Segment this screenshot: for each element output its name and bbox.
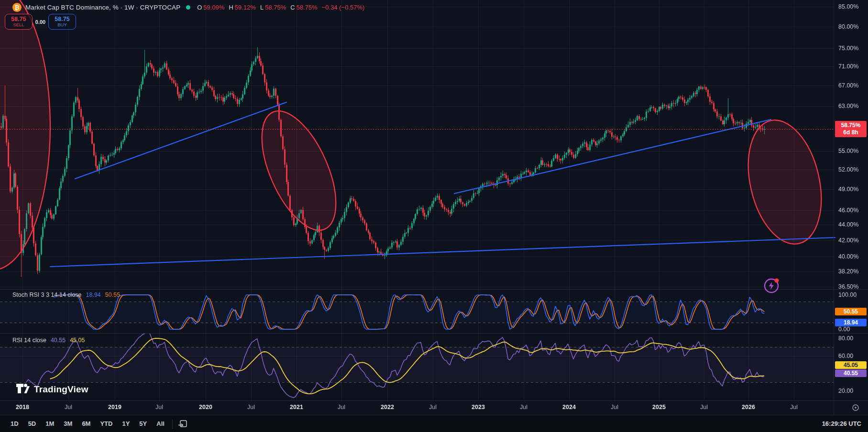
range-button-3m[interactable]: 3M bbox=[60, 419, 76, 429]
sell-button[interactable]: 58.75 SELL bbox=[5, 14, 33, 30]
price-axis-label: 46.00% bbox=[838, 207, 858, 214]
rsi-axis-label: 20.00 bbox=[838, 388, 853, 394]
ohlc-key: L bbox=[260, 4, 264, 11]
symbol-title[interactable]: Market Cap BTC Dominance, % · 1W · CRYPT… bbox=[25, 4, 180, 11]
time-axis-label: 2019 bbox=[108, 404, 121, 410]
price-axis-label: 40.00% bbox=[838, 253, 858, 260]
price-axis-label: 36.50% bbox=[838, 283, 858, 290]
symbol-legend: ₿ Market Cap BTC Dominance, % · 1W · CRY… bbox=[12, 3, 364, 12]
time-axis-label: 2025 bbox=[652, 404, 666, 410]
ohlc-value: 58.75% bbox=[297, 4, 318, 11]
bottom-toolbar: 1D5D1M3M6MYTD1Y5YAll 16:29:26 UTC bbox=[0, 415, 868, 432]
time-axis-label: 2026 bbox=[742, 404, 755, 410]
price-axis-label: 75.00% bbox=[838, 45, 858, 52]
range-button-all[interactable]: All bbox=[153, 419, 168, 429]
rsi-value-badge: 40.55 bbox=[835, 369, 867, 377]
time-axis-label: 2021 bbox=[290, 404, 303, 410]
rsi-title: RSI 14 close bbox=[12, 337, 46, 344]
buy-button[interactable]: 58.75 BUY bbox=[48, 14, 76, 30]
stoch-axis-label: 0.00 bbox=[838, 326, 850, 333]
clock-utc[interactable]: 16:29:26 UTC bbox=[822, 420, 868, 427]
tradingview-app: ₿ Market Cap BTC Dominance, % · 1W · CRY… bbox=[0, 0, 868, 432]
ohlc-value: 58.75% bbox=[265, 4, 286, 11]
time-axis-label: Jul bbox=[611, 404, 618, 410]
ohlc-key: C bbox=[290, 4, 295, 11]
rsi-value: 40.55 bbox=[51, 337, 66, 344]
chart-canvas[interactable] bbox=[0, 0, 834, 400]
time-axis-label: Jul bbox=[790, 404, 798, 410]
current-price-badge: 58.75% 6d 8h bbox=[835, 121, 867, 137]
range-button-5d[interactable]: 5D bbox=[24, 419, 40, 429]
tradingview-logo[interactable]: TradingView bbox=[16, 383, 88, 396]
range-button-ytd[interactable]: YTD bbox=[96, 419, 116, 429]
goto-date-button[interactable] bbox=[176, 418, 189, 430]
price-axis-label: 71.00% bbox=[838, 63, 858, 70]
time-axis-label: Jul bbox=[429, 404, 437, 410]
range-button-1m[interactable]: 1M bbox=[42, 419, 58, 429]
market-status-icon[interactable] bbox=[186, 5, 190, 10]
time-axis-label: 2024 bbox=[562, 404, 576, 410]
time-axis-settings-icon[interactable] bbox=[851, 403, 860, 412]
range-button-1d[interactable]: 1D bbox=[7, 419, 22, 429]
stoch-d-value: 50.55 bbox=[105, 292, 120, 298]
pane-separator[interactable] bbox=[0, 289, 868, 290]
time-axis-label: Jul bbox=[338, 404, 345, 410]
range-button-6m[interactable]: 6M bbox=[78, 419, 94, 429]
ohlc-value: 59.09% bbox=[203, 4, 224, 11]
spread-value: 0.00 bbox=[33, 19, 48, 25]
ohlc-key: O bbox=[197, 4, 202, 11]
bitcoin-icon: ₿ bbox=[12, 3, 22, 12]
time-axis-label: 2022 bbox=[381, 404, 394, 410]
stoch-rsi-title: Stoch RSI 3 3 14 14 close bbox=[12, 292, 82, 298]
rsi-legend[interactable]: RSI 14 close 40.55 45.05 bbox=[12, 337, 85, 344]
rsi-ma-value: 45.05 bbox=[70, 337, 85, 344]
tradingview-logo-icon bbox=[16, 383, 30, 396]
rsi-axis-label: 80.00 bbox=[838, 335, 853, 342]
time-axis-label: Jul bbox=[65, 404, 72, 410]
price-axis-label: 63.00% bbox=[838, 103, 858, 109]
time-axis-label: 2018 bbox=[16, 404, 29, 410]
tradingview-logo-text: TradingView bbox=[34, 384, 88, 395]
price-axis-label: 38.20% bbox=[838, 268, 858, 275]
buy-label: BUY bbox=[57, 22, 67, 27]
time-axis-label: Jul bbox=[247, 404, 255, 410]
date-range-switcher: 1D5D1M3M6MYTD1Y5YAll bbox=[0, 419, 168, 429]
sell-label: SELL bbox=[13, 22, 24, 27]
candle-countdown: 6d 8h bbox=[835, 129, 867, 136]
rsi-ma-badge: 45.05 bbox=[835, 361, 867, 369]
stoch-k-badge: 18.94 bbox=[835, 319, 867, 326]
price-axis-border bbox=[834, 0, 834, 415]
stoch-axis-label: 100.00 bbox=[838, 292, 857, 298]
order-panel: 58.75 SELL 0.00 58.75 BUY bbox=[5, 14, 76, 30]
price-axis-label: 44.00% bbox=[838, 221, 858, 228]
rsi-axis-label: 60.00 bbox=[838, 353, 853, 359]
price-axis-label: 52.00% bbox=[838, 166, 858, 173]
price-axis-label: 42.00% bbox=[838, 237, 858, 244]
range-button-1y[interactable]: 1Y bbox=[118, 419, 133, 429]
current-price-value: 58.75% bbox=[835, 122, 867, 129]
stoch-k-value: 18.94 bbox=[86, 292, 101, 298]
flash-icon[interactable] bbox=[763, 277, 780, 294]
price-axis-label: 80.00% bbox=[838, 23, 858, 30]
price-axis-label: 55.00% bbox=[838, 148, 858, 154]
price-axis-label: 67.00% bbox=[838, 82, 858, 89]
stoch-rsi-legend[interactable]: Stoch RSI 3 3 14 14 close 18.94 50.55 bbox=[12, 292, 120, 298]
ohlc-key: H bbox=[229, 4, 233, 11]
price-axis-label: 85.00% bbox=[838, 3, 858, 10]
toolbar-divider bbox=[172, 419, 173, 429]
time-axis-label: 2020 bbox=[199, 404, 212, 410]
time-axis-label: Jul bbox=[155, 404, 163, 410]
ohlc-value: 59.12% bbox=[235, 4, 256, 11]
time-axis-label: Jul bbox=[700, 404, 708, 410]
time-axis-border bbox=[0, 400, 868, 401]
range-button-5y[interactable]: 5Y bbox=[135, 419, 151, 429]
time-axis-label: 2023 bbox=[472, 404, 485, 410]
time-axis-label: Jul bbox=[520, 404, 527, 410]
price-change: −0.34 (−0.57%) bbox=[322, 4, 365, 11]
ohlc-values: O59.09%H59.12%L58.75%C58.75%−0.34 (−0.57… bbox=[197, 4, 364, 11]
price-axis-label: 49.00% bbox=[838, 186, 858, 193]
stoch-d-badge: 50.55 bbox=[835, 308, 867, 315]
pane-separator[interactable] bbox=[0, 333, 868, 334]
